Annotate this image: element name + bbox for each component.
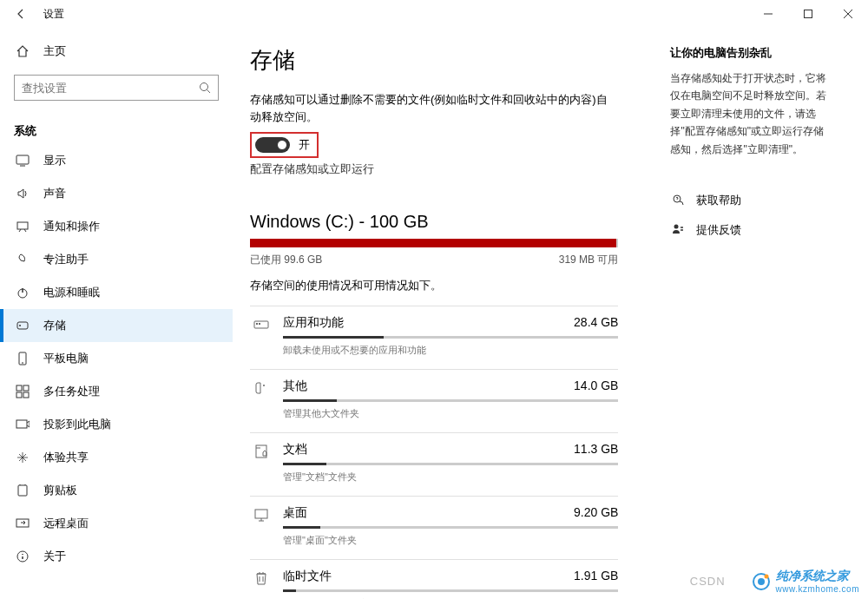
category-bar <box>283 589 618 592</box>
help-icon <box>670 194 687 207</box>
feedback-icon <box>670 223 687 237</box>
sidebar-item-9[interactable]: 体验共享 <box>0 441 233 474</box>
help-label: 获取帮助 <box>696 193 741 208</box>
sidebar-item-1[interactable]: 声音 <box>0 177 233 210</box>
search-box[interactable] <box>14 75 219 101</box>
feedback-link[interactable]: 提供反馈 <box>670 222 833 238</box>
sidebar-item-3[interactable]: 专注助手 <box>0 243 233 276</box>
close-button[interactable] <box>828 0 868 28</box>
home-link[interactable]: 主页 <box>0 36 233 66</box>
about-icon <box>14 550 31 563</box>
get-help-link[interactable]: 获取帮助 <box>670 193 833 208</box>
sidebar-item-8[interactable]: 投影到此电脑 <box>0 408 233 441</box>
side-title: 让你的电脑告别杂乱 <box>670 45 833 61</box>
side-text: 当存储感知处于打开状态时，它将仅在电脑空间不足时释放空间。若要立即清理未使用的文… <box>670 69 833 158</box>
category-name: 文档 <box>283 442 307 457</box>
clipboard-icon <box>14 484 31 497</box>
category-subtext: 卸载未使用或不想要的应用和功能 <box>283 344 618 357</box>
sidebar-item-label: 多任务处理 <box>43 384 100 399</box>
category-bar <box>283 463 618 465</box>
content-main: 存储 存储感知可以通过删除不需要的文件(例如临时文件和回收站中的内容)自动释放空… <box>250 45 618 582</box>
sidebar-item-2[interactable]: 通知和操作 <box>0 210 233 243</box>
svg-rect-4 <box>16 155 29 164</box>
category-bar <box>283 399 618 402</box>
storage-icon <box>14 319 31 332</box>
sidebar-item-12[interactable]: 关于 <box>0 540 233 573</box>
svg-rect-1 <box>805 10 812 18</box>
category-size: 11.3 GB <box>574 442 618 457</box>
category-name: 其他 <box>283 378 307 394</box>
section-label: 系统 <box>0 109 233 144</box>
svg-point-28 <box>263 385 265 386</box>
search-icon <box>199 82 211 94</box>
svg-point-2 <box>201 83 208 91</box>
storage-category-row[interactable]: 文档11.3 GB管理"文档"文件夹 <box>250 432 618 496</box>
watermark-csdn: CSDN <box>690 575 726 588</box>
svg-rect-9 <box>17 322 28 329</box>
content-side: 让你的电脑告别杂乱 当存储感知处于打开状态时，它将仅在电脑空间不足时释放空间。若… <box>670 45 833 582</box>
category-size: 1.91 GB <box>574 569 618 584</box>
sidebar-item-label: 远程桌面 <box>43 516 89 531</box>
sidebar-item-label: 存储 <box>43 318 66 333</box>
maximize-button[interactable] <box>788 0 828 28</box>
free-text: 319 MB 可用 <box>559 253 619 267</box>
used-text: 已使用 99.6 GB <box>250 253 322 267</box>
category-bar <box>283 336 618 339</box>
sidebar-item-6[interactable]: 平板电脑 <box>0 342 233 375</box>
sidebar-item-10[interactable]: 剪贴板 <box>0 474 233 507</box>
notifications-icon <box>14 220 31 234</box>
temp-files-icon <box>250 569 273 586</box>
storage-category-row[interactable]: 应用和功能28.4 GB卸载未使用或不想要的应用和功能 <box>250 306 618 369</box>
storage-sense-highlight: 开 <box>250 132 319 158</box>
svg-point-40 <box>674 224 679 228</box>
desktop-icon <box>250 505 273 523</box>
category-name: 桌面 <box>283 505 307 521</box>
svg-rect-13 <box>16 385 22 391</box>
svg-rect-27 <box>259 323 260 325</box>
category-subtext: 管理其他大文件夹 <box>283 407 618 420</box>
storage-category-row[interactable]: 临时文件1.91 GB选择要删除的临时文件 <box>250 559 618 599</box>
toggle-label: 开 <box>299 137 310 153</box>
project-icon <box>14 418 31 431</box>
category-subtext: 管理"桌面"文件夹 <box>283 534 618 547</box>
sidebar-item-label: 显示 <box>43 153 66 168</box>
category-bar <box>283 526 618 529</box>
sidebar-item-label: 投影到此电脑 <box>43 417 111 432</box>
other-icon <box>250 378 273 396</box>
sidebar: 主页 系统 显示声音通知和操作专注助手电源和睡眠存储平板电脑多任务处理投影到此电… <box>0 28 233 599</box>
sidebar-item-label: 剪贴板 <box>43 483 77 498</box>
back-button[interactable] <box>7 0 35 28</box>
watermark-brand: 纯净系统之家 www.kzmhome.com <box>752 569 859 594</box>
power-icon <box>14 286 31 300</box>
usage-bar <box>250 239 618 247</box>
sidebar-item-label: 电源和睡眠 <box>43 285 100 300</box>
remote-desktop-icon <box>14 517 31 530</box>
sidebar-item-0[interactable]: 显示 <box>0 144 233 177</box>
apps-icon <box>250 315 273 332</box>
storage-sense-toggle[interactable] <box>255 137 290 153</box>
sidebar-item-7[interactable]: 多任务处理 <box>0 375 233 408</box>
sidebar-item-5[interactable]: 存储 <box>0 309 233 342</box>
minimize-button[interactable] <box>748 0 788 28</box>
home-icon <box>14 44 31 58</box>
svg-rect-15 <box>16 392 22 398</box>
feedback-label: 提供反馈 <box>696 222 741 238</box>
home-label: 主页 <box>43 43 66 59</box>
svg-rect-17 <box>16 420 27 428</box>
svg-rect-16 <box>23 392 29 398</box>
svg-point-42 <box>758 578 765 585</box>
sidebar-item-11[interactable]: 远程桌面 <box>0 507 233 540</box>
sidebar-item-label: 声音 <box>43 186 66 201</box>
storage-category-row[interactable]: 其他14.0 GB管理其他大文件夹 <box>250 369 618 432</box>
sidebar-item-label: 通知和操作 <box>43 219 100 234</box>
sound-icon <box>14 187 31 201</box>
storage-category-row[interactable]: 桌面9.20 GB管理"桌面"文件夹 <box>250 496 618 559</box>
sidebar-item-4[interactable]: 电源和睡眠 <box>0 276 233 309</box>
search-input[interactable] <box>22 82 199 95</box>
multitask-icon <box>14 385 31 398</box>
share-icon <box>14 451 31 464</box>
svg-rect-31 <box>255 510 267 518</box>
watermarks: CSDN 纯净系统之家 www.kzmhome.com <box>690 569 859 594</box>
configure-storage-sense-link[interactable]: 配置存储感知或立即运行 <box>250 161 618 177</box>
documents-icon <box>250 442 273 459</box>
